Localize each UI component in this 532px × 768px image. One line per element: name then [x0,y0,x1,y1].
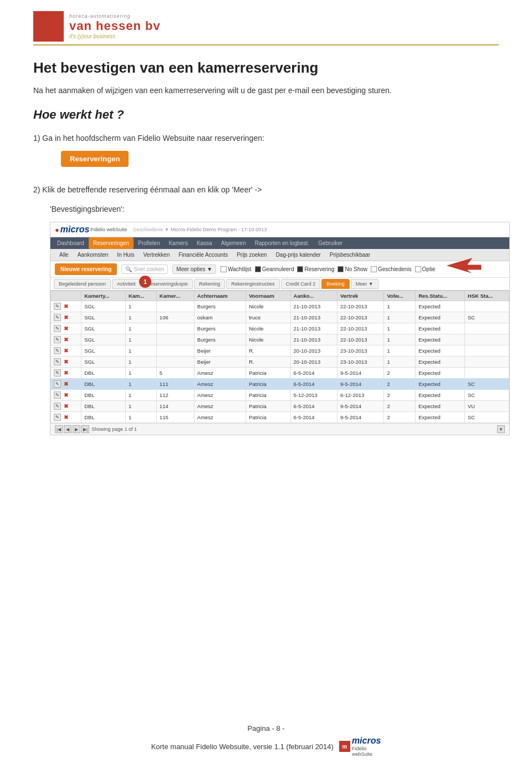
row-actions[interactable]: ✎ ✖ [51,401,81,412]
tab-boeking[interactable]: Boeking [321,279,350,289]
table-row[interactable]: ✎ ✖ SGL1BurgersNicole21-10-201322-10-201… [51,323,509,334]
row-actions[interactable]: ✎ ✖ [51,345,81,357]
edit-icon[interactable]: ✎ [54,314,61,321]
prev-page-btn[interactable]: ◀ [64,425,71,433]
nav-kamers[interactable]: Kamers [164,237,192,249]
edit-icon[interactable]: ✎ [54,391,61,399]
row-actions[interactable]: ✎ ✖ [51,412,81,423]
table-row[interactable]: ✎ ✖ SGL1BurgersNicole21-10-201322-10-201… [51,301,509,312]
cb-noshow[interactable]: No Show [337,266,367,272]
table-row[interactable]: ✎ ✖ DBL1114AmeszPatricia6-5-20149-5-2014… [51,401,509,412]
delete-icon[interactable]: ✖ [62,314,69,321]
nav-profielen[interactable]: Profielen [134,237,164,249]
geannuleerd-checkbox[interactable] [255,266,261,272]
delete-icon[interactable]: ✖ [62,303,69,310]
table-row[interactable]: ✎ ✖ SGL1BeijerR.20-10-201323-10-20131Exp… [51,345,509,357]
edit-icon[interactable]: ✎ [54,325,61,332]
row-actions[interactable]: ✎ ✖ [51,379,81,390]
subnav-vertrekken[interactable]: Vertrekken [139,250,174,260]
noshow-checkbox[interactable] [337,266,344,272]
subnav-alle[interactable]: Alle [55,250,73,260]
delete-icon[interactable]: ✖ [62,380,69,388]
delete-icon[interactable]: ✖ [62,403,69,410]
delete-icon[interactable]: ✖ [62,391,69,399]
nav-dashboard[interactable]: Dashboard [53,237,89,249]
reserveringen-button[interactable]: Reserveringen [61,151,129,167]
tab-activiteit[interactable]: Activiteit [112,279,141,289]
next-page-btn[interactable]: ▶ [73,425,80,433]
nav-reserveringen[interactable]: Reserveringen [89,237,134,249]
geschiedenis-checkbox[interactable] [371,266,377,272]
table-row[interactable]: ✎ ✖ DBL1111AmeszPatricia6-5-20149-5-2014… [51,379,509,390]
pagination-arrows[interactable]: |◀ ◀ ▶ ▶| [55,425,89,433]
tab-creditcard2[interactable]: Credit Card 2 [281,279,321,289]
delete-icon[interactable]: ✖ [62,347,69,354]
col-kam[interactable]: Kam... [125,291,156,301]
cb-reservering[interactable]: Reservering [297,266,334,272]
cb-wachtlijst[interactable]: Wachtlijst [221,266,251,272]
last-page-btn[interactable]: ▶| [81,425,89,433]
delete-icon[interactable]: ✖ [62,369,69,377]
row-actions[interactable]: ✎ ✖ [51,334,81,345]
row-actions[interactable]: ✎ ✖ [51,323,81,334]
subnav-financiele[interactable]: Financiële Accounts [174,250,232,260]
cb-geschiedenis[interactable]: Geschiedenis [371,266,412,272]
row-actions[interactable]: ✎ ✖ [51,368,81,379]
nav-kassa[interactable]: Kassa [192,237,217,249]
tab-begeleidend[interactable]: Begeleidend persoon [54,279,111,289]
edit-icon[interactable]: ✎ [54,358,61,365]
subnav-inhuis[interactable]: In Huis [112,250,139,260]
new-reservering-button[interactable]: Nieuwe reservering [55,263,117,275]
nav-gebruiker[interactable]: Gebruiker [314,237,347,249]
delete-icon[interactable]: ✖ [62,358,69,365]
edit-icon[interactable]: ✎ [54,303,61,310]
table-row[interactable]: ✎ ✖ SGL1BurgersNicole21-10-201322-10-201… [51,334,509,345]
row-actions[interactable]: ✎ ✖ [51,312,81,323]
tab-meer[interactable]: Meer ▼ [351,279,378,289]
delete-icon[interactable]: ✖ [62,336,69,343]
edit-icon[interactable]: ✎ [54,336,61,343]
table-row[interactable]: ✎ ✖ SGL1BeijerR.20-10-201323-10-20131Exp… [51,357,509,368]
row-actions[interactable]: ✎ ✖ [51,357,81,368]
delete-icon[interactable]: ✖ [62,325,69,332]
edit-icon[interactable]: ✎ [54,347,61,354]
delete-icon[interactable]: ✖ [62,414,69,421]
table-row[interactable]: ✎ ✖ DBL15AmeszPatricia6-5-20149-5-20142E… [51,368,509,379]
meer-opties-button[interactable]: Meer opties ▼ [172,265,216,274]
subnav-prijsbeschikbaar[interactable]: Prijsbeschikbaar [325,250,375,260]
col-voornaam[interactable]: Voornaam [246,291,290,301]
row-actions[interactable]: ✎ ✖ [51,301,81,312]
col-achternaam[interactable]: Achternaam [194,291,245,301]
edit-icon[interactable]: ✎ [54,380,61,388]
col-aankomst[interactable]: Aanko... [290,291,337,301]
edit-icon[interactable]: ✎ [54,369,61,377]
subnav-dagprijs[interactable]: Dag-prijs kalender [272,250,325,260]
col-hskstatus[interactable]: HSK Sta... [465,291,509,301]
edit-icon[interactable]: ✎ [54,414,61,421]
col-kamerty[interactable]: Kamerty... [81,291,126,301]
tab-rekeninginstructies[interactable]: Rekeninginstructies [226,279,280,289]
table-row[interactable]: ✎ ✖ DBL1112AmeszPatricia5-12-20136-12-20… [51,390,509,401]
edit-icon[interactable]: ✎ [54,403,61,410]
search-box[interactable]: 🔍 Snel zoeken [121,265,168,274]
cb-optie[interactable]: Optie [415,266,436,272]
nav-algemeen[interactable]: Algemeen [217,237,250,249]
first-page-btn[interactable]: |◀ [55,425,63,433]
wachtlijst-checkbox[interactable] [221,266,227,272]
nav-rapporten[interactable]: Rapporten en logbest. [250,237,314,249]
col-kamer[interactable]: Kamer... [156,291,194,301]
table-row[interactable]: ✎ ✖ DBL1115AmeszPatricia6-5-20149-5-2014… [51,412,509,423]
col-resstatus[interactable]: Res.Statu... [416,291,465,301]
table-row[interactable]: ✎ ✖ SGL1106oskamtruce21-10-201322-10-201… [51,312,509,323]
cb-geannuleerd[interactable]: Geannuleerd [255,266,294,272]
optie-checkbox[interactable] [415,266,421,272]
subnav-aankomsten[interactable]: Aankomsten [73,250,113,260]
reservering-checkbox[interactable] [297,266,303,272]
section-heading: Hoe werkt het ? [33,108,499,122]
scroll-indicator[interactable]: ▼ [497,425,505,433]
col-volw[interactable]: Volw... [384,291,416,301]
col-vertrek[interactable]: Vertrek [337,291,384,301]
row-actions[interactable]: ✎ ✖ [51,390,81,401]
tab-rekening[interactable]: Rekening [194,279,225,289]
subnav-prijs[interactable]: Prijs zoeken [232,250,271,260]
